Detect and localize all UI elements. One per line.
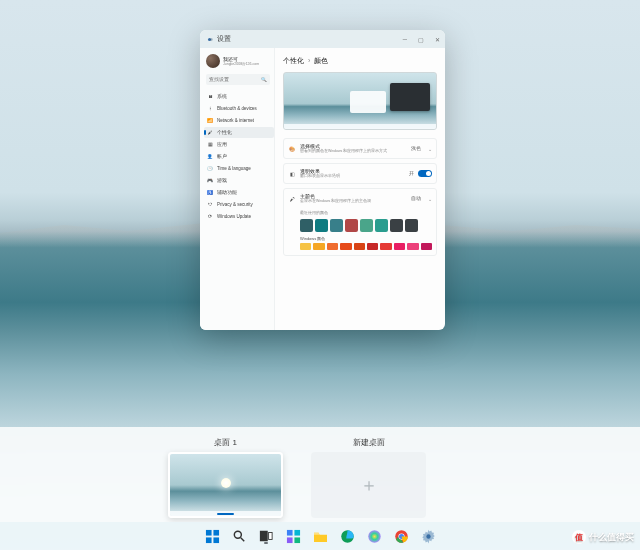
desktop-1[interactable]: 桌面 1 bbox=[168, 437, 283, 518]
user-profile[interactable]: 我还可 Jungke2008@126.com bbox=[204, 54, 274, 68]
svg-rect-9 bbox=[294, 529, 300, 535]
chrome-button[interactable] bbox=[393, 528, 410, 545]
svg-rect-7 bbox=[269, 533, 273, 540]
close-button[interactable]: ✕ bbox=[433, 35, 441, 43]
sidebar-item-label: Network & internet bbox=[217, 118, 254, 123]
sidebar-item-bluetooth[interactable]: ᚼBluetooth & devices bbox=[204, 103, 274, 114]
svg-rect-11 bbox=[294, 537, 300, 543]
sidebar-item-monitor[interactable]: 🖥系统 bbox=[204, 91, 274, 102]
minimize-button[interactable]: ─ bbox=[401, 35, 409, 43]
sidebar-item-label: 游戏 bbox=[217, 178, 227, 183]
color-swatch[interactable] bbox=[315, 219, 328, 232]
task-view-button[interactable] bbox=[258, 528, 275, 545]
sidebar-item-label: Bluetooth & devices bbox=[217, 106, 257, 111]
color-swatch[interactable] bbox=[380, 243, 391, 250]
accessibility-icon: ♿ bbox=[207, 190, 213, 196]
color-swatch[interactable] bbox=[340, 243, 351, 250]
sidebar-item-accessibility[interactable]: ♿辅助功能 bbox=[204, 187, 274, 198]
search-input[interactable]: 查找设置 🔍 bbox=[206, 74, 270, 85]
start-button[interactable] bbox=[204, 528, 221, 545]
color-swatch[interactable] bbox=[300, 219, 313, 232]
gamepad-icon: 🎮 bbox=[207, 178, 213, 184]
sidebar-item-label: 帐户 bbox=[217, 154, 227, 159]
settings-window: 设置 ─ ▢ ✕ 我还可 Jungke2008@126.com 查找设置 🔍 🖥… bbox=[200, 30, 445, 330]
color-swatch[interactable] bbox=[405, 219, 418, 232]
color-swatch[interactable] bbox=[354, 243, 365, 250]
transparency-icon: ◧ bbox=[288, 170, 296, 178]
settings-taskbar-button[interactable] bbox=[420, 528, 437, 545]
app-button[interactable] bbox=[366, 528, 383, 545]
sidebar-item-update[interactable]: ⟳Windows Update bbox=[204, 211, 274, 222]
desktop-thumbnail[interactable] bbox=[168, 452, 283, 518]
sidebar-item-wifi[interactable]: 📶Network & internet bbox=[204, 115, 274, 126]
bluetooth-icon: ᚼ bbox=[207, 106, 213, 112]
brush-icon: 🖌 bbox=[288, 195, 296, 203]
sidebar-item-label: Privacy & security bbox=[217, 202, 253, 207]
svg-point-13 bbox=[368, 530, 381, 543]
palette-icon: 🎨 bbox=[288, 145, 296, 153]
explorer-button[interactable] bbox=[312, 528, 329, 545]
sidebar-item-label: 应用 bbox=[217, 142, 227, 147]
color-swatch[interactable] bbox=[330, 219, 343, 232]
transparency-toggle[interactable] bbox=[418, 170, 432, 177]
watermark-badge: 值 bbox=[572, 530, 586, 544]
svg-rect-8 bbox=[286, 529, 292, 535]
wifi-icon: 📶 bbox=[207, 118, 213, 124]
search-placeholder: 查找设置 bbox=[209, 77, 229, 82]
chevron-down-icon: ⌄ bbox=[428, 146, 432, 152]
svg-rect-3 bbox=[213, 537, 219, 543]
titlebar: 设置 ─ ▢ ✕ bbox=[200, 30, 445, 48]
accent-row[interactable]: 🖌 主题色 会显示在Windows 和应用程序上的主色调 自动 ⌄ 最近使用的颜… bbox=[283, 188, 437, 256]
sidebar-item-gamepad[interactable]: 🎮游戏 bbox=[204, 175, 274, 186]
color-swatch[interactable] bbox=[300, 243, 311, 250]
breadcrumb: 个性化 › 颜色 bbox=[283, 56, 437, 66]
person-icon: 👤 bbox=[207, 154, 213, 160]
sidebar-item-shield[interactable]: 🛡Privacy & security bbox=[204, 199, 274, 210]
new-desktop[interactable]: 新建桌面 ＋ bbox=[311, 437, 426, 518]
maximize-button[interactable]: ▢ bbox=[417, 35, 425, 43]
task-view-panel: 桌面 1 新建桌面 ＋ bbox=[0, 427, 640, 522]
taskbar bbox=[0, 522, 640, 550]
svg-rect-6 bbox=[260, 531, 268, 542]
sidebar-item-apps[interactable]: ▦应用 bbox=[204, 139, 274, 150]
color-swatch[interactable] bbox=[407, 243, 418, 250]
color-swatch[interactable] bbox=[375, 219, 388, 232]
breadcrumb-parent[interactable]: 个性化 bbox=[283, 57, 304, 64]
edge-button[interactable] bbox=[339, 528, 356, 545]
sidebar-item-label: 辅助功能 bbox=[217, 190, 237, 195]
sidebar-item-clock[interactable]: 🕒Time & language bbox=[204, 163, 274, 174]
new-desktop-button[interactable]: ＋ bbox=[311, 452, 426, 518]
watermark: 值 什么值得买 bbox=[572, 530, 634, 544]
clock-icon: 🕒 bbox=[207, 166, 213, 172]
sidebar: 我还可 Jungke2008@126.com 查找设置 🔍 🖥系统ᚼBlueto… bbox=[200, 48, 275, 330]
widgets-button[interactable] bbox=[285, 528, 302, 545]
color-swatch[interactable] bbox=[421, 243, 432, 250]
settings-icon bbox=[204, 34, 214, 44]
brush-icon: 🖌 bbox=[207, 130, 213, 136]
color-swatch[interactable] bbox=[390, 219, 403, 232]
mode-row[interactable]: 🎨 选择模式 您看到的颜色在Windows 和应用程序上的显示方式 浅色 ⌄ bbox=[283, 138, 437, 159]
color-swatch[interactable] bbox=[367, 243, 378, 250]
sidebar-item-person[interactable]: 👤帐户 bbox=[204, 151, 274, 162]
apps-icon: ▦ bbox=[207, 142, 213, 148]
theme-preview bbox=[283, 72, 437, 130]
search-button[interactable] bbox=[231, 528, 248, 545]
color-swatch[interactable] bbox=[345, 219, 358, 232]
update-icon: ⟳ bbox=[207, 214, 213, 220]
chevron-down-icon: ⌄ bbox=[428, 196, 432, 202]
svg-line-5 bbox=[241, 538, 245, 542]
sidebar-item-label: 系统 bbox=[217, 94, 227, 99]
window-title: 设置 bbox=[217, 34, 401, 44]
sidebar-item-label: Windows Update bbox=[217, 214, 251, 219]
color-swatch[interactable] bbox=[313, 243, 324, 250]
transparency-row: ◧ 透明效果 窗口和表面显示半透明 开 bbox=[283, 163, 437, 184]
search-icon: 🔍 bbox=[261, 77, 267, 82]
avatar bbox=[206, 54, 220, 68]
sidebar-item-label: 个性化 bbox=[217, 130, 232, 135]
color-swatch[interactable] bbox=[394, 243, 405, 250]
shield-icon: 🛡 bbox=[207, 202, 213, 208]
color-swatch[interactable] bbox=[360, 219, 373, 232]
svg-rect-2 bbox=[205, 537, 211, 543]
sidebar-item-brush[interactable]: 🖌个性化 bbox=[204, 127, 274, 138]
color-swatch[interactable] bbox=[327, 243, 338, 250]
